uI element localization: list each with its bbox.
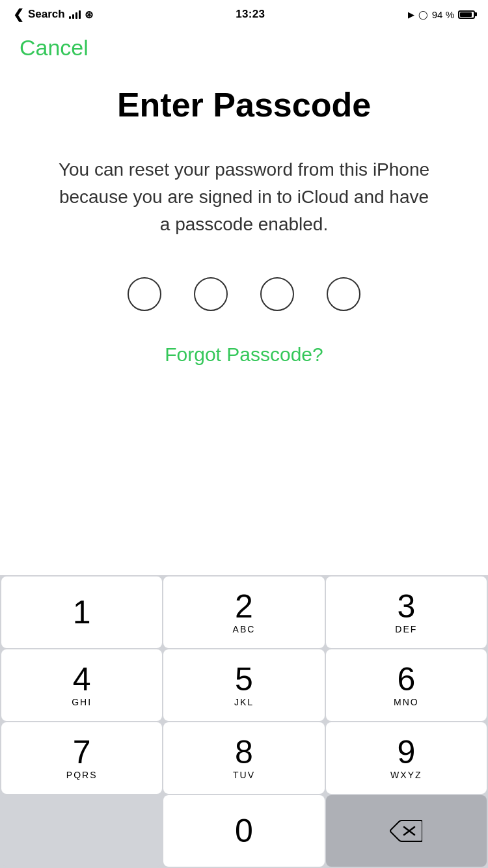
cancel-button[interactable]: Cancel — [20, 35, 88, 61]
key-5[interactable]: 5 JKL — [163, 649, 324, 721]
key-0[interactable]: 0 — [163, 795, 324, 867]
main-content: Enter Passcode You can reset your passwo… — [0, 74, 488, 575]
status-left: ❮ Search ⊛ — [13, 7, 93, 22]
delete-icon — [390, 819, 422, 843]
key-9-letters: WXYZ — [390, 770, 422, 780]
keypad-grid: 1 2 ABC 3 DEF 4 GHI 5 JKL 6 MNO 7 PQRS 8 — [1, 576, 487, 867]
key-empty — [1, 795, 162, 867]
key-7-letters: PQRS — [66, 770, 98, 780]
key-6-number: 6 — [397, 663, 415, 696]
back-arrow-icon: ❮ — [13, 7, 24, 22]
signal-bars — [69, 10, 81, 19]
passcode-dot-3 — [260, 277, 294, 311]
key-2-number: 2 — [235, 590, 253, 623]
key-8[interactable]: 8 TUV — [163, 722, 324, 794]
key-6[interactable]: 6 MNO — [326, 649, 487, 721]
description-text: You can reset your password from this iP… — [55, 156, 433, 238]
battery-icon — [458, 10, 475, 19]
key-8-number: 8 — [235, 736, 253, 768]
key-5-letters: JKL — [234, 697, 254, 707]
battery-percent: 94 % — [432, 9, 454, 20]
key-3[interactable]: 3 DEF — [326, 576, 487, 648]
forgot-passcode-button[interactable]: Forgot Passcode? — [165, 344, 323, 366]
key-5-number: 5 — [235, 663, 253, 696]
location-icon: ▶ — [408, 10, 414, 20]
wifi-icon: ⊛ — [85, 8, 93, 21]
key-3-number: 3 — [397, 590, 415, 623]
passcode-dot-4 — [327, 277, 360, 311]
key-6-letters: MNO — [394, 697, 419, 707]
delete-button[interactable] — [326, 795, 487, 867]
page-title: Enter Passcode — [117, 87, 371, 124]
key-3-letters: DEF — [395, 624, 417, 634]
back-label: Search — [28, 8, 65, 21]
key-2[interactable]: 2 ABC — [163, 576, 324, 648]
key-4[interactable]: 4 GHI — [1, 649, 162, 721]
key-7-number: 7 — [73, 736, 91, 768]
keypad-area: 1 2 ABC 3 DEF 4 GHI 5 JKL 6 MNO 7 PQRS 8 — [0, 575, 488, 868]
key-1[interactable]: 1 — [1, 576, 162, 648]
nav-bar: Cancel — [0, 29, 488, 74]
passcode-dot-2 — [194, 277, 228, 311]
key-9[interactable]: 9 WXYZ — [326, 722, 487, 794]
key-4-number: 4 — [73, 663, 91, 696]
alarm-icon: ◯ — [418, 10, 428, 20]
key-7[interactable]: 7 PQRS — [1, 722, 162, 794]
status-time: 13:23 — [236, 8, 265, 21]
battery-fill — [460, 12, 472, 17]
key-1-number: 1 — [73, 596, 91, 629]
key-8-letters: TUV — [233, 770, 255, 780]
status-bar: ❮ Search ⊛ 13:23 ▶ ◯ 94 % — [0, 0, 488, 29]
passcode-dots — [128, 277, 360, 311]
passcode-dot-1 — [128, 277, 161, 311]
key-0-number: 0 — [235, 815, 253, 847]
key-2-letters: ABC — [233, 624, 256, 634]
key-4-letters: GHI — [72, 697, 92, 707]
status-right: ▶ ◯ 94 % — [408, 9, 475, 20]
key-9-number: 9 — [397, 736, 415, 768]
